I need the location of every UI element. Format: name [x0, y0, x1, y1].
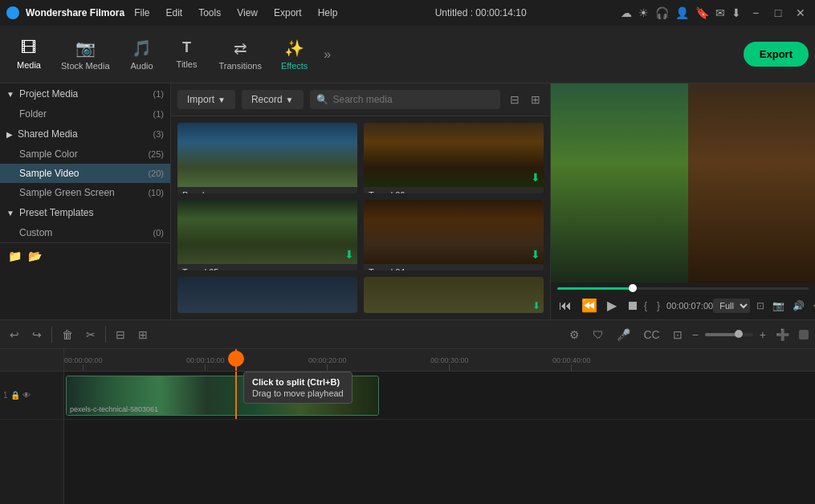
sidebar-item-sample-color[interactable]: Sample Color (25) — [0, 144, 170, 164]
preview-screenshot-icon[interactable]: 📷 — [771, 299, 786, 313]
fullscreen-select[interactable]: Full — [713, 299, 750, 313]
preview-volume-icon[interactable]: 🔊 — [791, 299, 806, 313]
preview-play[interactable]: ▶ — [605, 296, 618, 315]
preview-rewind[interactable]: ⏪ — [580, 296, 599, 315]
sun-icon[interactable]: ☀ — [638, 6, 649, 19]
preview-pip-icon[interactable]: ⊡ — [755, 299, 766, 313]
lock-icon-1[interactable]: 🔒 — [10, 391, 20, 400]
sidebar-add-icon[interactable]: 📂 — [26, 248, 43, 264]
project-media-arrow: ▼ — [6, 90, 14, 99]
playhead-handle[interactable] — [228, 351, 244, 367]
playhead-tooltip: Click to split (Ctrl+B) Drag to move pla… — [243, 372, 352, 404]
record-button[interactable]: Record ▼ — [242, 90, 304, 109]
sidebar-add-folder-icon[interactable]: 📁 — [6, 248, 23, 264]
menu-export[interactable]: Export — [271, 6, 305, 20]
preview-progress-bar[interactable] — [557, 287, 809, 290]
folder-label: Folder — [19, 108, 47, 120]
sidebar-item-custom[interactable]: Custom (0) — [0, 223, 170, 242]
ruler-line-4 — [571, 364, 572, 371]
mail-icon[interactable]: ✉ — [715, 6, 725, 19]
bookmark-icon[interactable]: 🔖 — [695, 6, 709, 19]
toolbar-audio[interactable]: 🎵 Audio — [120, 32, 165, 77]
timeline-ruler-area: 00:00:00:00 00:00:10:00 00:00:20:00 00:0… — [64, 349, 815, 504]
redo-button[interactable]: ↪ — [29, 327, 45, 343]
extra2-download-icon: ⬇ — [532, 300, 540, 311]
toolbar-stock-media[interactable]: 📷 Stock Media — [51, 32, 120, 77]
undo-button[interactable]: ↩ — [6, 327, 22, 343]
media-thumb-extra2[interactable]: ⬇ — [364, 277, 544, 313]
zoom-plus[interactable]: + — [760, 328, 766, 341]
timeline-right-toolbar: ⚙ 🛡 🎤 CC ⊡ − + ➕ — [566, 327, 809, 343]
add-track-icon[interactable]: ➕ — [772, 327, 793, 343]
zoom-slider[interactable] — [705, 333, 753, 336]
transitions-label: Transitions — [219, 61, 262, 71]
preview-stop[interactable]: ⏹ — [625, 297, 641, 315]
tl-sep-2 — [105, 327, 106, 343]
media-thumb-travel06[interactable]: ⬇ Travel 06 — [364, 123, 544, 193]
zoom-minus[interactable]: − — [692, 328, 699, 341]
caption-icon[interactable]: CC — [640, 327, 662, 343]
toolbar-media[interactable]: 🎞 Media — [6, 32, 51, 76]
toolbar-titles[interactable]: T Titles — [165, 33, 210, 75]
export-button[interactable]: Export — [744, 42, 809, 67]
preview-more-icon[interactable]: ⋯ — [811, 299, 815, 313]
pip-icon[interactable]: ⊡ — [670, 327, 686, 343]
transitions-icon: ⇄ — [234, 39, 247, 58]
stock-media-icon: 📷 — [75, 39, 96, 58]
playhead-line[interactable]: Click to split (Ctrl+B) Drag to move pla… — [235, 372, 237, 419]
import-button[interactable]: Import ▼ — [177, 90, 235, 109]
search-input[interactable] — [333, 94, 494, 105]
headphone-icon[interactable]: 🎧 — [655, 6, 669, 19]
track-lane-1: pexels-c-technical-5803061 Click to spli… — [64, 372, 815, 420]
speed-icon[interactable]: ⚙ — [566, 327, 583, 343]
timeline-settings-icon[interactable]: ⊞ — [135, 327, 151, 343]
menu-tools[interactable]: Tools — [195, 6, 224, 20]
main-toolbar: 🎞 Media 📷 Stock Media 🎵 Audio T Titles ⇄… — [0, 26, 815, 83]
filter-icon[interactable]: ⊟ — [507, 90, 523, 109]
track-top-icons-1: 1 🔒 👁 — [3, 391, 31, 400]
minimize-button[interactable]: − — [748, 5, 764, 21]
timeline-end-icon — [799, 330, 809, 339]
sidebar: ▼ Project Media (1) Folder (1) ▶ Shared … — [0, 83, 171, 319]
preset-templates-header[interactable]: ▼ Preset Templates — [0, 202, 170, 223]
zoom-handle[interactable] — [735, 330, 743, 338]
menu-edit[interactable]: Edit — [162, 6, 185, 20]
grid-view-icon[interactable]: ⊞ — [528, 90, 544, 109]
eye-icon-1[interactable]: 👁 — [22, 391, 31, 400]
media-thumb-travel04[interactable]: ⬇ Travel 04 — [364, 200, 544, 270]
sidebar-item-sample-green-screen[interactable]: Sample Green Screen (10) — [0, 183, 170, 202]
menu-file[interactable]: File — [131, 6, 153, 20]
close-button[interactable]: ✕ — [793, 5, 809, 21]
zoom-fill — [705, 333, 739, 336]
maximize-button[interactable]: □ — [770, 5, 786, 21]
preview-progress-handle[interactable] — [629, 284, 637, 292]
clip-label-1: pexels-c-technical-5803061 — [70, 405, 158, 413]
toolbar-effects[interactable]: ✨ Effects — [271, 32, 317, 77]
toolbar-transitions[interactable]: ⇄ Transitions — [210, 32, 271, 77]
media-thumb-travel05[interactable]: ⬇ Travel 05 — [177, 200, 357, 270]
ruler-mark-4: 00:00:40:00 — [552, 356, 591, 371]
media-thumb-beach[interactable]: Beach — [177, 123, 357, 193]
sidebar-item-sample-video[interactable]: Sample Video (20) — [0, 164, 170, 183]
sidebar-item-folder[interactable]: Folder (1) — [0, 104, 170, 124]
cut-button[interactable]: ✂ — [83, 327, 99, 343]
audio-settings-icon[interactable]: ⊟ — [112, 327, 128, 343]
menu-help[interactable]: Help — [315, 6, 341, 20]
ruler-label-2: 00:00:20:00 — [308, 356, 347, 364]
shared-media-header[interactable]: ▶ Shared Media (3) — [0, 124, 170, 144]
toolbar-expand[interactable]: » — [317, 41, 337, 68]
cloud-icon[interactable]: ☁ — [621, 6, 632, 19]
media-thumb-extra1[interactable] — [177, 277, 357, 313]
sidebar-section-preset-templates: ▼ Preset Templates Custom (0) — [0, 202, 170, 242]
user-icon[interactable]: 👤 — [675, 6, 689, 19]
download-icon[interactable]: ⬇ — [731, 6, 741, 19]
time-brace-left: { — [644, 300, 647, 311]
mask-icon[interactable]: 🛡 — [589, 327, 607, 343]
mic-icon[interactable]: 🎤 — [613, 327, 634, 343]
preview-skip-back[interactable]: ⏮ — [557, 297, 573, 315]
project-media-header[interactable]: ▼ Project Media (1) — [0, 83, 170, 104]
delete-button[interactable]: 🗑 — [59, 327, 76, 343]
playhead-ruler[interactable] — [235, 349, 237, 371]
menu-view[interactable]: View — [234, 6, 261, 20]
effects-label: Effects — [281, 61, 308, 71]
